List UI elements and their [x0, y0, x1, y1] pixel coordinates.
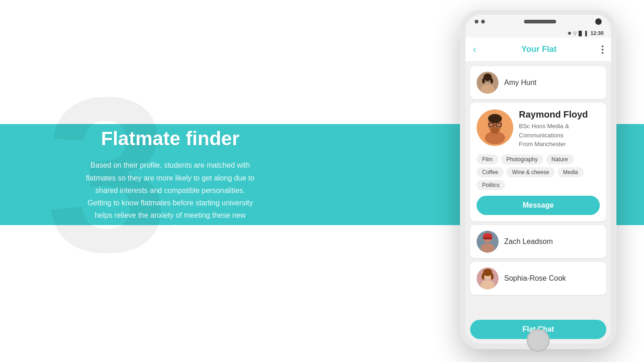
- status-icons: ✱ ▽ █ ▐ 12:30: [568, 30, 604, 36]
- app-title: Your Flat: [521, 45, 557, 54]
- raymond-tags: Film Photography Nature Coffee Wine & ch…: [477, 154, 600, 190]
- svg-point-23: [485, 239, 486, 240]
- amy-hunt-name: Amy Hunt: [504, 79, 536, 87]
- amy-avatar: [477, 72, 499, 94]
- sophia-cook-name: Sophia-Rose Cook: [504, 274, 566, 283]
- amy-hunt-card[interactable]: Amy Hunt: [470, 66, 606, 99]
- raymond-top-section: Raymond Floyd BSc Hons Media & Communica…: [477, 109, 600, 149]
- phone-speaker: [524, 20, 556, 23]
- status-bar: ✱ ▽ █ ▐ 12:30: [466, 28, 611, 38]
- more-dot-1: [602, 45, 604, 47]
- tag-wine-cheese: Wine & cheese: [506, 167, 555, 177]
- svg-point-24: [489, 239, 490, 240]
- front-camera: [595, 18, 602, 25]
- tag-nature: Nature: [546, 154, 574, 164]
- svg-point-29: [482, 273, 484, 280]
- battery-icon: ▐: [584, 31, 587, 36]
- feature-description: Based on their profile, students are mat…: [83, 159, 258, 234]
- svg-point-16: [490, 127, 500, 134]
- app-header: ‹ Your Flat: [466, 38, 611, 62]
- svg-point-20: [481, 243, 494, 253]
- zach-leadsom-card[interactable]: Zach Leadsom: [470, 225, 606, 258]
- zach-avatar: [477, 231, 499, 253]
- tag-coffee: Coffee: [477, 167, 504, 177]
- sophia-cook-card[interactable]: Sophia-Rose Cook: [470, 262, 606, 295]
- sophia-avatar: [477, 267, 499, 289]
- phone-mockup: ✱ ▽ █ ▐ 12:30 ‹ Your Flat: [460, 9, 616, 349]
- signal-icon: █: [579, 31, 582, 36]
- zach-leadsom-name: Zach Leadsom: [504, 238, 553, 246]
- svg-point-30: [491, 273, 494, 280]
- svg-point-28: [483, 269, 492, 276]
- camera-dot-1: [475, 20, 478, 23]
- svg-point-2: [481, 85, 494, 94]
- more-menu-button[interactable]: [602, 45, 604, 54]
- tag-film: Film: [477, 154, 498, 164]
- raymond-info: Raymond Floyd BSc Hons Media & Communica…: [519, 109, 600, 149]
- raymond-avatar: [477, 109, 513, 146]
- back-button[interactable]: ‹: [473, 44, 476, 56]
- phone-top-bar: [466, 15, 611, 28]
- left-content-panel: Flatmate finder Based on their profile, …: [0, 0, 340, 362]
- tag-photography: Photography: [501, 154, 543, 164]
- raymond-degree: BSc Hons Media & Communications: [519, 122, 600, 140]
- camera-dots: [475, 20, 485, 23]
- svg-point-27: [481, 280, 494, 289]
- app-content-scroll: Amy Hunt: [466, 62, 611, 344]
- raymond-floyd-card[interactable]: Raymond Floyd BSc Hons Media & Communica…: [470, 103, 606, 221]
- raymond-name: Raymond Floyd: [519, 109, 600, 120]
- phone-screen: ✱ ▽ █ ▐ 12:30 ‹ Your Flat: [466, 15, 611, 344]
- tag-media: Media: [558, 167, 584, 177]
- message-button[interactable]: Message: [477, 196, 600, 215]
- time-display: 12:30: [591, 30, 604, 36]
- wifi-icon: ▽: [573, 31, 577, 36]
- feature-title: Flatmate finder: [101, 128, 239, 150]
- phone-outer-shell: ✱ ▽ █ ▐ 12:30 ‹ Your Flat: [460, 9, 616, 349]
- svg-point-17: [488, 114, 502, 123]
- tag-politics: Politics: [477, 180, 505, 190]
- svg-rect-22: [483, 237, 492, 239]
- more-dot-2: [602, 49, 604, 51]
- home-button[interactable]: [527, 329, 550, 352]
- bluetooth-icon: ✱: [568, 31, 571, 36]
- raymond-location: From Manchester: [519, 140, 600, 149]
- camera-dot-2: [481, 20, 485, 23]
- more-dot-3: [602, 52, 604, 54]
